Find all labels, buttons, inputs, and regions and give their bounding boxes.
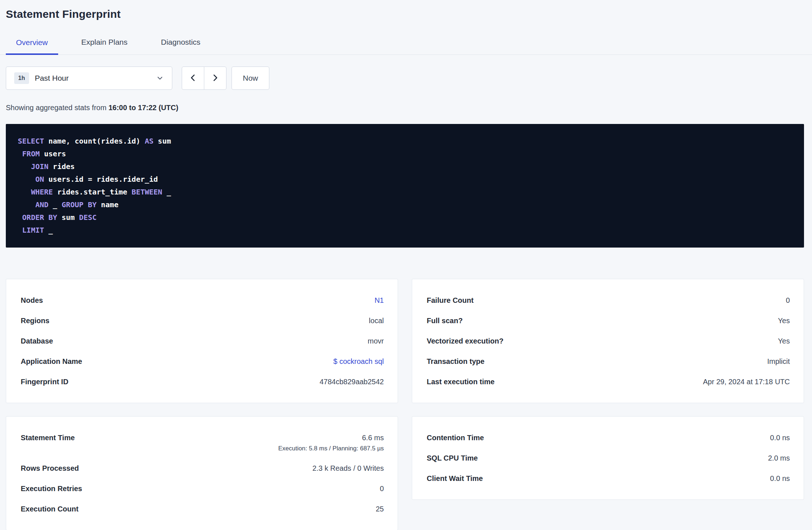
summary-cards: Nodes N1 Regions local Database movr App… bbox=[6, 279, 804, 530]
row-label: Nodes bbox=[21, 296, 43, 305]
sql-code: SELECT name, count(rides.id) AS sum FROM… bbox=[18, 135, 792, 237]
database-row: Database movr bbox=[6, 331, 398, 351]
overview-card: Nodes N1 Regions local Database movr App… bbox=[6, 279, 398, 403]
contention-time-value: 0.0 ns bbox=[770, 433, 790, 442]
row-label: Client Wait Time bbox=[427, 474, 483, 483]
full-scan-value: Yes bbox=[778, 316, 790, 325]
execution-retries-row: Execution Retries 0 bbox=[6, 478, 398, 499]
tab-diagnostics[interactable]: Diagnostics bbox=[151, 36, 211, 55]
tab-explain-plans[interactable]: Explain Plans bbox=[71, 36, 138, 55]
row-label: Regions bbox=[21, 316, 49, 325]
sql-line: SELECT name, count(rides.id) AS sum bbox=[18, 135, 792, 148]
statement-fingerprint-page: Statement Fingerprint Overview Explain P… bbox=[0, 0, 812, 530]
tab-bar: Overview Explain Plans Diagnostics bbox=[0, 36, 812, 55]
statement-time-value: 6.6 ms bbox=[362, 433, 384, 442]
tab-overview[interactable]: Overview bbox=[6, 36, 58, 55]
last-execution-time-row: Last execution time Apr 29, 2024 at 17:1… bbox=[412, 372, 804, 392]
sql-line: LIMIT _ bbox=[18, 224, 792, 237]
failure-count-value: 0 bbox=[786, 296, 790, 305]
execution-retries-value: 0 bbox=[380, 484, 384, 493]
time-interval-dropdown[interactable]: 1h Past Hour bbox=[6, 67, 172, 90]
page-title: Statement Fingerprint bbox=[6, 8, 804, 20]
row-label: Database bbox=[21, 337, 53, 345]
full-scan-row: Full scan? Yes bbox=[412, 310, 804, 331]
statement-time-values: 6.6 ms Execution: 5.8 ms / Planning: 687… bbox=[278, 433, 384, 452]
statement-time-breakdown: Execution: 5.8 ms / Planning: 687.5 µs bbox=[278, 445, 384, 452]
sql-line: ORDER BY sum DESC bbox=[18, 211, 792, 224]
contention-time-row: Contention Time 0.0 ns bbox=[412, 427, 804, 448]
row-label: Vectorized execution? bbox=[427, 337, 503, 345]
stats-caption-prefix: Showing aggregated stats from bbox=[6, 104, 106, 112]
last-execution-time-value: Apr 29, 2024 at 17:18 UTC bbox=[703, 377, 790, 386]
transaction-type-value: Implicit bbox=[767, 357, 790, 366]
chevron-down-icon bbox=[156, 74, 164, 82]
chevron-right-icon bbox=[210, 73, 220, 84]
vectorized-execution-value: Yes bbox=[778, 337, 790, 345]
wait-time-card: Contention Time 0.0 ns SQL CPU Time 2.0 … bbox=[412, 416, 804, 500]
execution-count-value: 25 bbox=[376, 505, 384, 513]
nodes-row: Nodes N1 bbox=[6, 290, 398, 310]
time-arrow-group bbox=[182, 67, 226, 90]
sql-cpu-time-value: 2.0 ms bbox=[768, 454, 790, 462]
vectorized-execution-row: Vectorized execution? Yes bbox=[412, 331, 804, 351]
failure-count-row: Failure Count 0 bbox=[412, 290, 804, 310]
row-label: Statement Time bbox=[21, 433, 75, 442]
row-label: Execution Count bbox=[21, 505, 79, 513]
execution-attributes-card: Failure Count 0 Full scan? Yes Vectorize… bbox=[412, 279, 804, 403]
stats-caption: Showing aggregated stats from 16:00 to 1… bbox=[6, 104, 804, 112]
row-label: Application Name bbox=[21, 357, 82, 366]
row-label: Contention Time bbox=[427, 433, 484, 442]
rows-processed-row: Rows Processed 2.3 k Reads / 0 Writes bbox=[6, 458, 398, 478]
chevron-left-icon bbox=[188, 73, 198, 84]
sql-line: AND _ GROUP BY name bbox=[18, 198, 792, 211]
stats-caption-range: 16:00 to 17:22 (UTC) bbox=[108, 104, 178, 112]
interval-label: Past Hour bbox=[35, 74, 69, 83]
row-label: Transaction type bbox=[427, 357, 485, 366]
application-name-row: Application Name $ cockroach sql bbox=[6, 351, 398, 372]
sql-line: FROM users bbox=[18, 148, 792, 160]
row-label: Execution Retries bbox=[21, 484, 82, 493]
database-value: movr bbox=[368, 337, 384, 345]
row-label: Failure Count bbox=[427, 296, 474, 305]
nodes-link[interactable]: N1 bbox=[374, 296, 384, 305]
time-toolbar: 1h Past Hour Now bbox=[6, 67, 804, 90]
statement-time-row: Statement Time 6.6 ms Execution: 5.8 ms … bbox=[6, 427, 398, 458]
statement-time-card: Statement Time 6.6 ms Execution: 5.8 ms … bbox=[6, 416, 398, 530]
client-wait-time-row: Client Wait Time 0.0 ns bbox=[412, 468, 804, 489]
next-time-button[interactable] bbox=[204, 67, 226, 90]
sql-line: WHERE rides.start_time BETWEEN _ bbox=[18, 186, 792, 198]
interval-badge: 1h bbox=[14, 72, 29, 84]
sql-line: ON users.id = rides.rider_id bbox=[18, 173, 792, 186]
sql-cpu-time-row: SQL CPU Time 2.0 ms bbox=[412, 448, 804, 468]
fingerprint-id-row: Fingerprint ID 4784cb829aab2542 bbox=[6, 372, 398, 392]
prev-time-button[interactable] bbox=[182, 67, 204, 90]
row-label: Full scan? bbox=[427, 316, 463, 325]
execution-count-row: Execution Count 25 bbox=[6, 499, 398, 519]
sql-statement-box: SELECT name, count(rides.id) AS sum FROM… bbox=[6, 124, 804, 248]
now-button[interactable]: Now bbox=[232, 67, 269, 90]
client-wait-time-value: 0.0 ns bbox=[770, 474, 790, 483]
regions-value: local bbox=[369, 316, 384, 325]
transaction-type-row: Transaction type Implicit bbox=[412, 351, 804, 372]
regions-row: Regions local bbox=[6, 310, 398, 331]
application-name-link[interactable]: $ cockroach sql bbox=[333, 357, 384, 366]
row-label: Rows Processed bbox=[21, 464, 79, 473]
rows-processed-value: 2.3 k Reads / 0 Writes bbox=[313, 464, 384, 473]
fingerprint-id-value: 4784cb829aab2542 bbox=[319, 377, 384, 386]
sql-line: JOIN rides bbox=[18, 160, 792, 173]
row-label: SQL CPU Time bbox=[427, 454, 478, 462]
row-label: Last execution time bbox=[427, 377, 495, 386]
row-label: Fingerprint ID bbox=[21, 377, 68, 386]
